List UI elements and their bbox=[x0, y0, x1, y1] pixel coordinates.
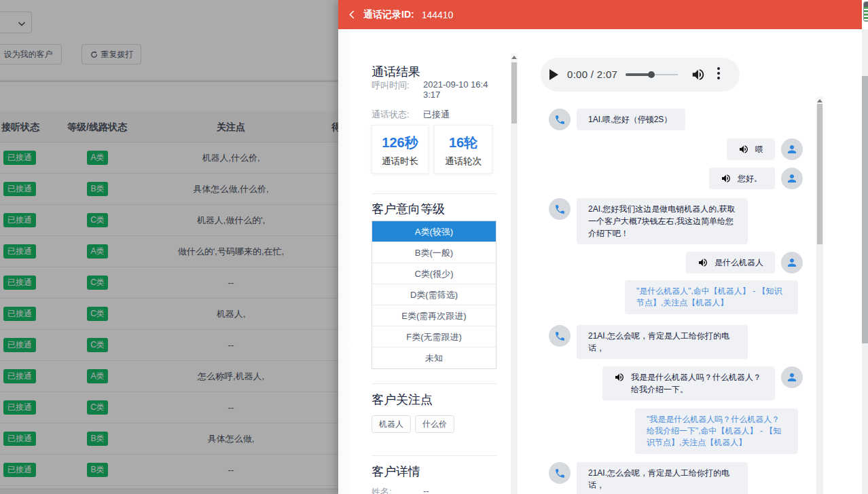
customer-message-bubble: 是什么机器人 bbox=[686, 252, 775, 273]
kebab-menu-icon[interactable] bbox=[717, 67, 720, 82]
audio-player: 0:00 / 2:07 bbox=[541, 58, 740, 92]
speaker-icon[interactable] bbox=[614, 372, 625, 386]
scrollbar-thumb[interactable] bbox=[862, 76, 868, 343]
call-time-value: 2021-09-10 16:43:17 bbox=[423, 79, 492, 100]
ai-avatar bbox=[549, 462, 571, 484]
ai-message-bubble: 1AI.喂,您好（停顿2S） bbox=[577, 109, 685, 130]
customer-message-bubble: 您好。 bbox=[709, 168, 775, 189]
focus-points-title: 客户关注点 bbox=[372, 392, 433, 408]
bubble-tail bbox=[774, 259, 775, 267]
bubble-tail bbox=[577, 332, 577, 341]
speaker-icon[interactable] bbox=[738, 144, 749, 158]
customer-message-bubble: 喂 bbox=[727, 138, 775, 160]
intent-option[interactable]: F类(无需跟进) bbox=[372, 326, 496, 347]
phone-icon bbox=[554, 114, 566, 126]
call-time-label: 呼叫时间: bbox=[372, 79, 410, 92]
intent-option[interactable]: D类(需筛选) bbox=[372, 284, 496, 305]
volume-icon[interactable] bbox=[691, 67, 706, 85]
ai-avatar bbox=[549, 198, 571, 220]
intent-option[interactable]: E类(需再次跟进) bbox=[372, 305, 496, 326]
call-record-id: 144410 bbox=[422, 10, 454, 20]
bubble-tail bbox=[774, 175, 775, 183]
customer-avatar bbox=[781, 366, 803, 388]
call-record-drawer: 通话记录ID: 144410 通话结果 呼叫时间: 2021-09-10 16:… bbox=[338, 0, 862, 494]
person-icon bbox=[786, 371, 798, 383]
message-text: 21AI.怎么会呢，肯定是人工给你打的电话， bbox=[588, 468, 729, 490]
message-text: 喂 bbox=[755, 145, 763, 154]
intent-level-list: A类(较强)B类(一般)C类(很少)D类(需筛选)E类(需再次跟进)F类(无需跟… bbox=[372, 221, 496, 369]
intent-option[interactable]: C类(很少) bbox=[372, 263, 496, 284]
chat-scrollbar[interactable] bbox=[816, 96, 823, 494]
hit-node-info: "我是是什么机器人吗？什么机器人？给我介绍一下",命中【机器人】 - 【知识节点… bbox=[635, 408, 798, 454]
time-display: 0:00 / 2:07 bbox=[567, 69, 617, 80]
play-icon[interactable] bbox=[549, 69, 558, 80]
duration-stat-card: 126秒 通话时长 bbox=[372, 125, 429, 174]
customer-avatar bbox=[781, 168, 803, 189]
phone-icon bbox=[554, 468, 566, 479]
bubble-tail bbox=[774, 146, 775, 154]
phone-icon bbox=[554, 204, 566, 215]
scrollbar-thumb[interactable] bbox=[511, 62, 517, 124]
message-text: 是什么机器人 bbox=[715, 258, 763, 267]
hit-node-info: "是什么机器人",命中【机器人】 - 【知识节点】,关注点【机器人】 bbox=[625, 280, 798, 314]
rounds-label: 通话轮次 bbox=[435, 155, 492, 168]
duration-label: 通话时长 bbox=[372, 155, 428, 168]
intent-level-title: 客户意向等级 bbox=[372, 201, 445, 217]
focus-tag: 什么价 bbox=[415, 415, 454, 433]
extension-widget-icon[interactable] bbox=[863, 1, 868, 22]
call-status-value: 已接通 bbox=[423, 109, 450, 121]
name-label: 姓名: bbox=[372, 486, 392, 494]
speaker-icon[interactable] bbox=[698, 257, 708, 271]
bubble-tail bbox=[577, 470, 577, 478]
message-text: 1AI.喂,您好（停顿2S） bbox=[588, 115, 672, 124]
chat-transcript: 1AI.喂,您好（停顿2S）喂您好。2AI.您好我们这边是做电销机器人的,获取一… bbox=[523, 96, 817, 494]
message-text: 21AI.怎么会呢，肯定是人工给你打的电话， bbox=[588, 331, 729, 353]
ai-avatar bbox=[549, 109, 571, 130]
speaker-icon[interactable] bbox=[721, 173, 731, 187]
intent-option[interactable]: 未知 bbox=[372, 347, 496, 368]
customer-message-bubble: 我是是什么机器人吗？什么机器人？给我介绍一下。 bbox=[602, 366, 775, 400]
message-text: 我是是什么机器人吗？什么机器人？给我介绍一下。 bbox=[631, 373, 761, 394]
call-result-title: 通话结果 bbox=[372, 64, 420, 80]
focus-tag: 机器人 bbox=[372, 415, 411, 433]
screen: 设为我的客户 重复拨打 接听状态 等级/线路状态 关注点 得分 已接通A类机器人… bbox=[0, 0, 868, 494]
intent-option[interactable]: A类(较强) bbox=[372, 221, 496, 242]
customer-detail-title: 客户详情 bbox=[372, 463, 420, 480]
bubble-tail bbox=[577, 116, 577, 124]
ai-message-bubble: 21AI.怎么会呢，肯定是人工给你打的电话， bbox=[577, 325, 748, 359]
rounds-stat-card: 16轮 通话轮次 bbox=[434, 125, 492, 174]
person-icon bbox=[786, 143, 798, 155]
person-icon bbox=[786, 256, 798, 269]
rounds-value: 16轮 bbox=[435, 134, 492, 152]
scrollbar-thumb[interactable] bbox=[817, 104, 822, 244]
drawer-title: 通话记录ID: bbox=[363, 9, 414, 21]
name-value: -- bbox=[423, 486, 429, 494]
divider bbox=[372, 383, 496, 384]
phone-icon bbox=[554, 330, 566, 342]
person-icon bbox=[786, 172, 798, 185]
scroll-up-arrow[interactable] bbox=[511, 53, 518, 62]
page-scrollbar[interactable] bbox=[862, 0, 868, 494]
back-button[interactable] bbox=[347, 10, 357, 20]
bubble-tail bbox=[577, 206, 577, 214]
bubble-tail bbox=[774, 374, 775, 382]
ai-avatar bbox=[549, 325, 571, 347]
message-text: 2AI.您好我们这边是做电销机器人的,获取一个客户大概7块钱左右,我这边简单给您… bbox=[588, 204, 736, 238]
summary-scrollbar[interactable] bbox=[511, 53, 518, 494]
message-text: 您好。 bbox=[738, 174, 762, 183]
drawer-header: 通话记录ID: 144410 bbox=[338, 0, 862, 29]
ai-message-bubble: 21AI.怎么会呢，肯定是人工给你打的电话， bbox=[577, 462, 748, 494]
call-status-label: 通话状态: bbox=[372, 109, 410, 121]
focus-tags: 机器人什么价 bbox=[372, 415, 454, 433]
intent-option[interactable]: B类(一般) bbox=[372, 242, 496, 263]
customer-avatar bbox=[781, 252, 803, 273]
divider bbox=[372, 455, 496, 456]
customer-avatar bbox=[781, 138, 803, 160]
divider bbox=[372, 193, 496, 194]
ai-message-bubble: 2AI.您好我们这边是做电销机器人的,获取一个客户大概7块钱左右,我这边简单给您… bbox=[577, 198, 748, 244]
seek-thumb[interactable] bbox=[648, 71, 655, 78]
duration-value: 126秒 bbox=[372, 134, 428, 152]
